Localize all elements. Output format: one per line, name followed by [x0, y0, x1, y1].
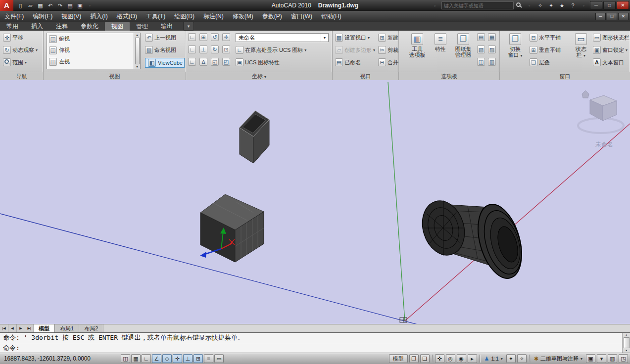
ucs-properties-button[interactable]: ▣ UCS 图标特性	[236, 58, 280, 66]
zoom-tool-icon[interactable]: ◎	[446, 354, 455, 363]
otrack-toggle[interactable]: ✛	[173, 354, 182, 363]
communication-center-icon[interactable]: ✦	[546, 1, 556, 10]
sheet-set-manager-button[interactable]: ❐ 图纸集 管理器	[451, 33, 475, 58]
tab-output[interactable]: 输出	[154, 22, 179, 31]
close-button[interactable]: ✕	[617, 1, 629, 9]
infocenter-search-input[interactable]	[441, 1, 514, 9]
status-bar-button[interactable]: ▭ 状态 栏 ▾	[572, 33, 590, 59]
viewcube-compass-ring[interactable]	[578, 118, 624, 133]
tab-annotate[interactable]: 注释	[49, 22, 74, 31]
help-icon[interactable]: ?	[568, 1, 578, 10]
palette-small-button-4[interactable]: ▨	[488, 46, 496, 53]
view-list-item-left[interactable]: ◫ 左视	[47, 56, 140, 67]
zoom-extents-caret[interactable]: ▾	[25, 60, 27, 65]
osnap-toggle[interactable]: ◇	[162, 354, 172, 363]
open-file-button[interactable]: ▱	[26, 1, 35, 10]
switch-windows-caret[interactable]: ▾	[521, 53, 523, 58]
previous-view-button[interactable]: ↶ 上一视图	[145, 34, 176, 42]
palette-small-button-6[interactable]: ▥	[488, 58, 496, 66]
new-viewport-button[interactable]: ⊞ 新建	[378, 34, 398, 42]
ucs-button-3[interactable]: ↺	[211, 33, 219, 41]
last-layout-button[interactable]: ▶|	[25, 324, 34, 332]
ucs-button-1[interactable]: ∟	[188, 33, 196, 41]
save-button[interactable]: ▦	[36, 1, 45, 10]
annotation-scale-caret[interactable]: ▾	[501, 357, 503, 361]
menu-view[interactable]: 视图(V)	[57, 11, 86, 22]
ucs-name-dropdown[interactable]: 未命名 ▾	[236, 33, 329, 42]
previous-layout-button[interactable]: ◀	[8, 324, 17, 332]
ucs-button-5[interactable]: ∟	[188, 46, 196, 53]
quick-view-drawings-icon[interactable]: ❏	[420, 354, 430, 363]
open-box-solid[interactable]	[240, 111, 269, 163]
ucs-button-12[interactable]: ◰	[222, 58, 230, 66]
palette-small-button-1[interactable]: ▤	[477, 33, 485, 41]
workspace-caret[interactable]: ▾	[581, 357, 582, 361]
coordinates-display[interactable]: 16887.8423, -12601.3729, 0.0000	[0, 355, 95, 362]
named-viewports-button[interactable]: ▤ 已命名	[335, 58, 361, 66]
polar-toggle[interactable]: ∠	[152, 354, 161, 363]
next-layout-button[interactable]: ▶	[17, 324, 25, 332]
ucs-button-8[interactable]: ⊡	[222, 46, 230, 53]
pan-tool-icon[interactable]: ✜	[435, 354, 444, 363]
workspace-switcher[interactable]: ✱ 二维草图与注释 ▾	[532, 354, 584, 363]
drawing-status-bar-button[interactable]: ▭ 图形状态栏	[593, 34, 630, 42]
command-window[interactable]: 命令: '_3dorbit 按 ESC 或 ENTER 键退出，或者单击鼠标右键…	[0, 332, 630, 353]
auto-annotation-scale-icon[interactable]: ✧	[517, 354, 527, 363]
properties-palette-button[interactable]: ≡ 特性	[431, 33, 450, 52]
cylinder-solid[interactable]	[416, 195, 529, 283]
minimize-button[interactable]: ─	[590, 1, 602, 9]
quick-view-layouts-icon[interactable]: ❐	[409, 354, 419, 363]
app-menu-button[interactable]: A	[0, 0, 13, 11]
viewcube-home-icon[interactable]	[582, 91, 589, 98]
orbit-caret[interactable]: ▾	[36, 48, 38, 52]
view-list-item-bottom[interactable]: ◫ 仰视	[47, 45, 140, 56]
ucs-button-9[interactable]: ∟	[188, 58, 196, 66]
help-caret[interactable]: ▾	[579, 1, 588, 10]
clip-viewport-button[interactable]: ✂ 剪裁	[378, 46, 398, 54]
drawing-viewport[interactable]: 未命名	[0, 80, 630, 324]
doc-close-button[interactable]: ✕	[618, 13, 629, 20]
qat-customize-button[interactable]: ▾	[85, 1, 95, 10]
panel-expand-caret[interactable]: ▾	[264, 75, 266, 79]
subscription-center-icon[interactable]: ✧	[535, 1, 545, 10]
qp-toggle[interactable]: ▭	[214, 354, 224, 363]
show-ucs-caret[interactable]: ▾	[304, 48, 306, 52]
tab-home[interactable]: 常用	[0, 22, 25, 31]
favorites-icon[interactable]: ★	[557, 1, 567, 10]
undo-button[interactable]: ↶	[46, 1, 55, 10]
menu-edit[interactable]: 编辑(E)	[28, 11, 57, 22]
command-scroll-up-icon[interactable]: ▴	[625, 333, 627, 337]
cascade-button[interactable]: ❏ 层叠	[530, 58, 550, 66]
tile-horizontally-button[interactable]: ⊟ 水平平铺	[530, 34, 561, 42]
scroll-down-icon[interactable]: ▾	[136, 65, 138, 69]
doc-minimize-button[interactable]: ─	[595, 13, 606, 20]
menu-modify[interactable]: 修改(M)	[228, 11, 258, 22]
viewcube-toggle-button[interactable]: ◧ ViewCube	[145, 58, 185, 68]
scroll-thumb[interactable]	[135, 38, 140, 64]
command-scroll-down-icon[interactable]: ▾	[625, 349, 627, 353]
join-viewports-button[interactable]: ⊟ 合并	[378, 58, 398, 66]
tab-parametric[interactable]: 参数化	[74, 22, 105, 31]
viewcube-widget[interactable]	[578, 91, 624, 133]
orbit-button[interactable]: ↻ 动态观察 ▾	[3, 46, 38, 54]
tab-insert[interactable]: 插入	[25, 22, 49, 31]
ucs-button-2[interactable]: ⊞	[199, 33, 207, 41]
zoom-extents-button[interactable]: 范围 ▾	[3, 58, 27, 66]
menu-draw[interactable]: 绘图(D)	[170, 11, 199, 22]
tool-palettes-button[interactable]: ▥ 工具 选项板	[406, 33, 429, 58]
command-scrollbar[interactable]: ▴ ▾	[622, 333, 630, 353]
ucs-button-7[interactable]: ↻	[211, 46, 219, 53]
clean-screen-button[interactable]: ◳	[619, 354, 628, 363]
pan-button[interactable]: ✜ 平移	[3, 34, 23, 42]
application-status-icon[interactable]: ▥	[608, 354, 617, 363]
ducs-toggle[interactable]: ⊥	[183, 354, 193, 363]
search-icon[interactable]	[515, 1, 523, 9]
search-options-caret[interactable]: ▾	[525, 1, 534, 10]
panel-label-window[interactable]: 窗口	[500, 72, 630, 81]
menu-tools[interactable]: 工具(T)	[142, 11, 170, 22]
grid-toggle[interactable]: ▦	[131, 354, 141, 363]
infocenter-collapse-icon[interactable]: ▸	[431, 1, 440, 10]
set-viewport-caret[interactable]: ▾	[368, 36, 370, 40]
ucs-button-11[interactable]: ◱	[211, 58, 219, 66]
panel-label-viewports[interactable]: 视口	[333, 72, 399, 81]
